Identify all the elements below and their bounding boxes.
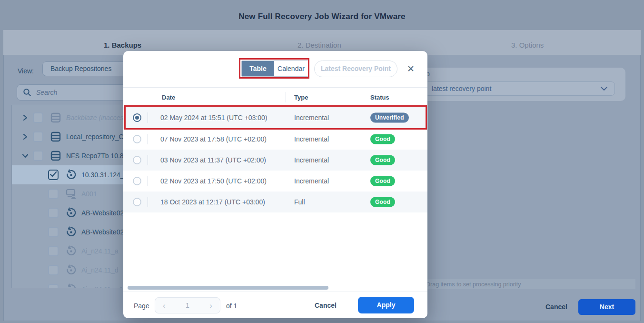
status-cell: Good <box>370 176 395 186</box>
recovery-point-modal: Table Calendar Latest Recovery Point ✕ D… <box>123 51 427 318</box>
tree-item-label: 10.30.31.124_ <box>81 171 124 179</box>
recovery-point-row[interactable]: 18 Oct 2023 at 12:17 (UTC +03:00)FullGoo… <box>123 192 427 212</box>
view-mode-toggle: Table Calendar <box>241 61 308 77</box>
wizard-next-button[interactable]: Next <box>578 299 635 315</box>
checkbox[interactable] <box>33 112 43 123</box>
checkbox[interactable] <box>33 131 43 142</box>
drag-priority-hint-strip: Drag items to set processing priority <box>421 279 635 289</box>
recovery-point-row[interactable]: 02 Nov 2023 at 17:50 (UTC +02:00)Increme… <box>123 171 427 192</box>
tree-item-label: Ai_n24.11_d <box>81 266 119 274</box>
apply-button[interactable]: Apply <box>358 297 414 313</box>
recovery-point-type: Full <box>294 198 305 206</box>
tree-item-label: Ai_n24.11_a <box>81 247 119 255</box>
divider <box>148 176 148 186</box>
checkbox[interactable] <box>48 265 59 275</box>
pager-control: ‹ 1 › <box>155 297 220 313</box>
tab-backups[interactable]: 1. Backups <box>104 41 141 49</box>
recovery-point-type: Incremental <box>294 135 329 143</box>
tree-item-label: Local_repository_O <box>66 133 124 141</box>
tree-item-label: Backblaze (inacces <box>66 114 124 121</box>
recovery-point-dropdown[interactable]: latest recovery point <box>425 81 615 96</box>
page-label: Page <box>134 302 149 310</box>
checkbox[interactable] <box>48 246 59 256</box>
chevron-right-icon[interactable] <box>21 133 29 141</box>
status-cell: Good <box>370 155 395 165</box>
search-input[interactable] <box>36 89 108 96</box>
divider <box>123 292 427 292</box>
wizard-page: New Full Recovery Job Wizard for VMware … <box>0 0 644 323</box>
column-header-date[interactable]: Date <box>162 94 175 101</box>
divider <box>286 92 286 102</box>
checkbox[interactable] <box>48 189 59 199</box>
repository-icon <box>50 131 61 142</box>
divider <box>148 155 148 165</box>
pager-prev-icon[interactable]: ‹ <box>163 302 166 310</box>
view-label: View: <box>18 67 34 75</box>
tab-destination[interactable]: 2. Destination <box>297 41 341 49</box>
chevron-down-icon[interactable] <box>21 152 29 160</box>
wizard-cancel-button[interactable]: Cancel <box>545 303 567 311</box>
vm-agent-icon <box>65 188 77 200</box>
repository-icon <box>50 150 61 162</box>
recovery-point-type: Incremental <box>294 177 329 185</box>
radio-button[interactable] <box>133 177 141 185</box>
close-icon[interactable]: ✕ <box>406 64 416 74</box>
latest-recovery-point-button[interactable]: Latest Recovery Point <box>314 61 397 77</box>
recovery-point-row[interactable]: 07 Nov 2023 at 17:58 (UTC +02:00)Increme… <box>123 129 427 150</box>
modal-cancel-button[interactable]: Cancel <box>315 302 337 309</box>
pager-of-label: of 1 <box>226 302 237 310</box>
chevron-down-icon <box>600 86 608 91</box>
tree-item-label: NFS Repo7Tb 10.84 <box>66 152 127 160</box>
recovery-point-date: 03 Nov 2023 at 11:37 (UTC +02:00) <box>160 156 266 164</box>
recovery-point-icon <box>65 207 77 219</box>
column-header-status[interactable]: Status <box>370 94 389 101</box>
recovery-point-icon <box>65 264 77 276</box>
recovery-point-date: 07 Nov 2023 at 17:58 (UTC +02:00) <box>160 135 267 143</box>
recovery-point-icon <box>65 283 77 288</box>
search-box[interactable] <box>17 84 138 101</box>
checkbox[interactable] <box>33 151 43 161</box>
tree-item-label: AB-Website02 <box>81 228 124 236</box>
checkbox[interactable] <box>48 284 59 288</box>
tree-item-label: A001 <box>81 190 97 198</box>
recovery-point-date: 02 Nov 2023 at 17:50 (UTC +02:00) <box>160 177 267 185</box>
checkbox[interactable] <box>48 208 59 218</box>
page-title: New Full Recovery Job Wizard for VMware <box>0 12 644 21</box>
divider <box>148 112 148 123</box>
recovery-point-row[interactable]: 03 Nov 2023 at 11:37 (UTC +02:00)Increme… <box>123 150 427 171</box>
recovery-point-table: 02 May 2024 at 15:51 (UTC +03:00)Increme… <box>123 107 427 212</box>
divider <box>148 197 148 207</box>
status-cell: Unverified <box>370 113 409 123</box>
horizontal-scrollbar[interactable] <box>128 286 328 290</box>
search-icon <box>23 88 31 97</box>
checkbox[interactable] <box>48 227 59 237</box>
radio-button[interactable] <box>133 156 141 164</box>
radio-button[interactable] <box>133 135 141 143</box>
tab-options[interactable]: 3. Options <box>511 41 544 49</box>
recovery-point-date: 18 Oct 2023 at 12:17 (UTC +03:00) <box>160 198 265 206</box>
recovery-point-icon <box>65 226 77 238</box>
recovery-point-type: Incremental <box>294 156 329 164</box>
drag-priority-hint: Drag items to set processing priority <box>426 281 521 288</box>
divider <box>148 134 148 144</box>
status-badge: Good <box>370 155 395 165</box>
pager-current-page[interactable]: 1 <box>186 302 189 309</box>
toggle-table-button[interactable]: Table <box>242 61 274 76</box>
status-cell: Good <box>370 197 395 207</box>
repository-icon <box>50 112 61 123</box>
recovery-point-type: Incremental <box>294 114 329 121</box>
recovery-point-row[interactable]: 02 May 2024 at 15:51 (UTC +03:00)Increme… <box>123 107 427 129</box>
status-cell: Good <box>370 134 395 144</box>
checkbox[interactable] <box>48 170 59 180</box>
radio-button[interactable] <box>133 113 141 122</box>
tree-item-label: Ai_n24.11_w1 <box>81 285 123 288</box>
divider <box>362 92 362 102</box>
status-badge: Unverified <box>370 113 409 123</box>
tree-item-label: AB-Website02 <box>81 209 124 217</box>
recovery-point-icon <box>65 245 77 257</box>
pager-next-icon[interactable]: › <box>209 302 212 310</box>
radio-button[interactable] <box>133 198 141 206</box>
toggle-calendar-button[interactable]: Calendar <box>274 61 308 76</box>
column-header-type[interactable]: Type <box>294 94 308 101</box>
chevron-right-icon[interactable] <box>21 114 29 121</box>
